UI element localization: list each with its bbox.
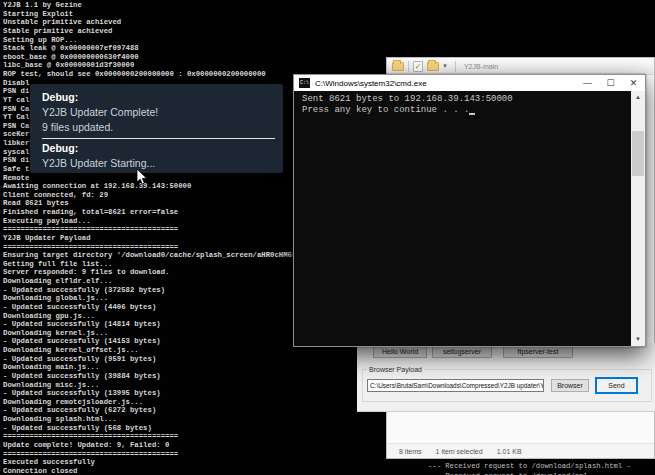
folder-icon[interactable] <box>427 62 439 71</box>
status-items-count: 8 items <box>399 448 422 455</box>
server-log-line: --- Received request to /download/splash… <box>428 462 631 470</box>
desktop: { "terminal": { "lines": [ "Y2JB 1.1 by … <box>0 0 655 475</box>
terminal-log: Y2JB 1.1 by Gezine Starting Exploit Unst… <box>3 1 295 473</box>
mouse-cursor-icon <box>136 168 148 186</box>
debug-toast: Debug: Y2JB Updater Complete! 9 files up… <box>30 84 283 173</box>
text-cursor <box>469 113 475 115</box>
scroll-down-icon[interactable]: ▼ <box>631 333 645 346</box>
server-log: --- Received request to /download/splash… <box>428 462 655 475</box>
chevron-down-icon[interactable]: ▼ <box>442 63 448 69</box>
debug-message: Y2JB Updater Complete! <box>42 106 283 118</box>
toolbar-divider <box>408 61 409 72</box>
browser-payload-group: Browser Payload C:\Users\BrutalSam\Downl… <box>362 369 652 402</box>
divider <box>42 138 275 139</box>
explorer-window-title: Y2JB-main <box>464 63 498 70</box>
file-check-icon[interactable]: ✓ <box>413 61 423 72</box>
close-button[interactable]: ✕ <box>622 75 645 91</box>
debug-message: Y2JB Updater Starting... <box>42 157 283 169</box>
cmd-prompt-icon: C:\ <box>299 78 310 88</box>
cmd-output-text: Sent 8621 bytes to 192.168.39.143:50000 … <box>294 91 631 116</box>
debug-message: 9 files updated. <box>42 121 283 133</box>
cmd-titlebar[interactable]: C:\ C:\Windows\system32\cmd.exe — ☐ ✕ <box>294 75 645 91</box>
cmd-output: Sent 8621 bytes to 192.168.39.143:50000 … <box>294 91 631 346</box>
minimize-button[interactable]: — <box>576 75 599 91</box>
explorer-toolbar: ✓ ▼ Y2JB-main <box>387 58 654 75</box>
status-selected-count: 1 item selected <box>436 448 483 455</box>
server-log-partial-line: --- Received request to /download/spl <box>428 472 588 475</box>
maximize-button[interactable]: ☐ <box>599 75 622 91</box>
debug-label: Debug: <box>42 142 283 154</box>
browser-payload-label: Browser Payload <box>367 366 424 373</box>
folder-icon[interactable] <box>392 62 404 71</box>
toolbar-divider <box>455 61 456 72</box>
debug-label: Debug: <box>42 91 283 103</box>
explorer-status-bar: 8 items 1 item selected 1.01 KB <box>387 443 654 458</box>
payload-path-input[interactable]: C:\Users\BrutalSam\Downloads\Compressed\… <box>367 379 544 392</box>
cmd-window: C:\ C:\Windows\system32\cmd.exe — ☐ ✕ Se… <box>293 74 646 347</box>
payload-tool-window: Hello World setlogserver ftpserver-test … <box>357 343 655 412</box>
scrollbar-thumb[interactable] <box>632 131 644 176</box>
cmd-window-title: C:\Windows\system32\cmd.exe <box>315 79 576 88</box>
cmd-scrollbar[interactable]: ▲ ▼ <box>631 91 645 346</box>
browse-button[interactable]: Browser <box>551 379 589 392</box>
send-button[interactable]: Send <box>596 378 637 393</box>
scroll-up-icon[interactable]: ▲ <box>631 91 645 104</box>
status-selected-size: 1.01 KB <box>497 448 522 455</box>
